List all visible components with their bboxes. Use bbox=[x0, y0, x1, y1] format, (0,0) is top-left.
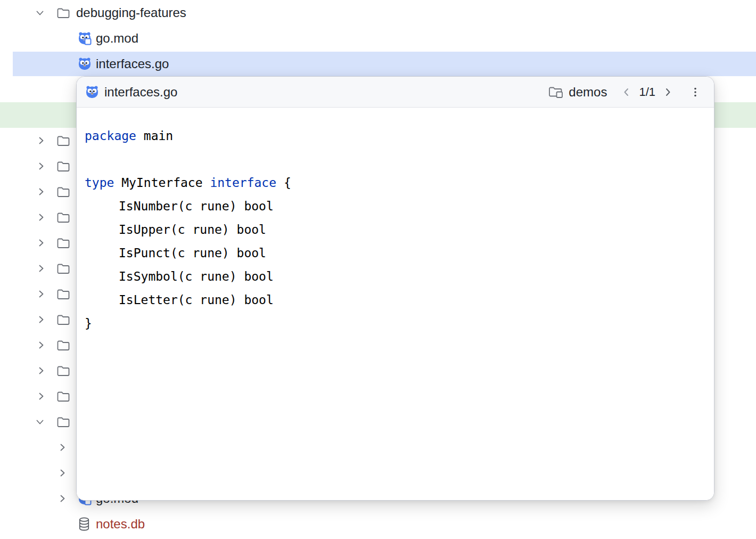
folder-icon bbox=[56, 185, 70, 198]
file-name-label: go.mod bbox=[96, 31, 138, 46]
code-line: IsLetter(c rune) bool bbox=[85, 288, 703, 312]
folder-icon bbox=[56, 262, 70, 275]
folder-icon bbox=[56, 211, 70, 224]
popup-location[interactable]: demos bbox=[548, 85, 607, 100]
popup-header: interfaces.go demos 1/1 bbox=[77, 77, 714, 108]
usage-navigation: 1/1 bbox=[619, 84, 676, 100]
file-preview-popup: interfaces.go demos 1/1 package maintype bbox=[76, 76, 714, 501]
folder-icon bbox=[56, 134, 70, 147]
chevron-right-icon[interactable] bbox=[35, 365, 47, 377]
folder-icon bbox=[56, 415, 70, 428]
tree-row-debugging-features[interactable]: debugging-features bbox=[0, 0, 756, 26]
code-line: IsPunct(c rune) bool bbox=[85, 241, 703, 265]
chevron-right-icon[interactable] bbox=[35, 211, 47, 223]
code-line: type MyInterface interface { bbox=[85, 171, 703, 194]
next-button[interactable] bbox=[660, 84, 676, 100]
chevron-right-icon[interactable] bbox=[56, 442, 68, 453]
chevron-right-icon[interactable] bbox=[35, 135, 47, 146]
chevron-right-icon[interactable] bbox=[35, 186, 47, 198]
folder-icon bbox=[56, 364, 70, 377]
code-line: IsNumber(c rune) bool bbox=[85, 194, 703, 218]
tree-row-go-mod[interactable]: go.mod bbox=[0, 26, 756, 51]
go-file-icon bbox=[85, 85, 99, 99]
location-label: demos bbox=[569, 85, 607, 100]
tree-row-interfaces-go[interactable]: interfaces.go bbox=[0, 51, 756, 77]
chevron-right-icon[interactable] bbox=[35, 314, 47, 325]
folder-icon bbox=[56, 288, 70, 300]
folder-badge-icon bbox=[548, 85, 564, 99]
go-file-icon bbox=[78, 57, 92, 71]
file-name-label: notes.db bbox=[96, 517, 145, 532]
folder-icon bbox=[56, 236, 70, 249]
go-mod-file-icon bbox=[78, 31, 92, 45]
chevron-right-icon[interactable] bbox=[56, 467, 68, 479]
usage-counter: 1/1 bbox=[639, 85, 655, 99]
code-line: IsSymbol(c rune) bool bbox=[85, 265, 703, 288]
folder-icon bbox=[56, 6, 70, 19]
code-line: package main bbox=[85, 124, 703, 148]
folder-icon bbox=[56, 390, 70, 403]
chevron-right-icon[interactable] bbox=[35, 160, 47, 172]
chevron-right-icon[interactable] bbox=[35, 263, 47, 274]
chevron-down-icon[interactable] bbox=[34, 416, 46, 428]
code-preview[interactable]: package maintype MyInterface interface {… bbox=[77, 108, 714, 500]
folder-name-label: debugging-features bbox=[76, 5, 186, 20]
folder-icon bbox=[56, 313, 70, 326]
chevron-right-icon[interactable] bbox=[56, 493, 68, 504]
chevron-down-icon[interactable] bbox=[34, 7, 46, 19]
code-line: IsUpper(c rune) bool bbox=[85, 218, 703, 241]
more-options-button[interactable] bbox=[687, 84, 703, 100]
chevron-right-icon[interactable] bbox=[35, 390, 47, 402]
previous-button[interactable] bbox=[619, 84, 635, 100]
code-line: } bbox=[85, 312, 703, 335]
tree-row-notes-db[interactable]: notes.db bbox=[0, 511, 756, 537]
popup-title: interfaces.go bbox=[104, 85, 177, 100]
chevron-right-icon[interactable] bbox=[35, 288, 47, 300]
folder-icon bbox=[56, 339, 70, 352]
chevron-right-icon[interactable] bbox=[35, 339, 47, 351]
database-icon bbox=[78, 517, 91, 532]
chevron-right-icon[interactable] bbox=[35, 237, 47, 249]
file-name-label: interfaces.go bbox=[96, 56, 169, 71]
code-line bbox=[85, 148, 703, 171]
folder-icon bbox=[56, 160, 70, 173]
